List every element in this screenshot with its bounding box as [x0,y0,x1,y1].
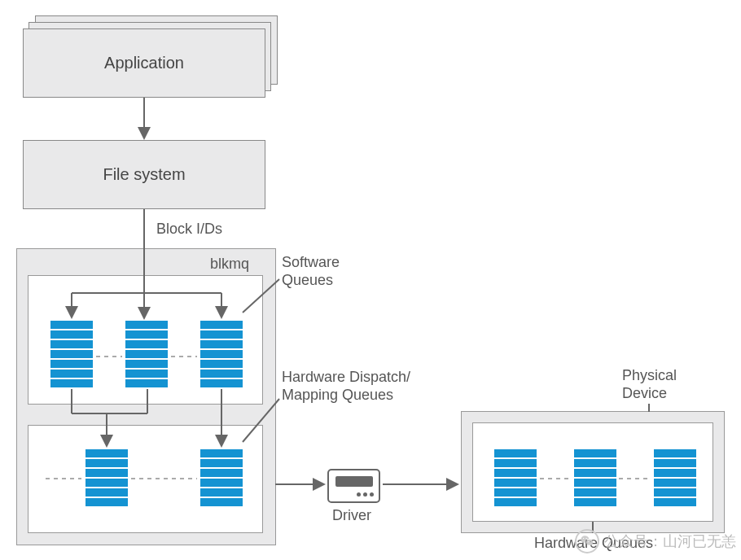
filesystem-box: File system [23,140,265,209]
filesystem-label: File system [103,165,185,184]
block-ids-label: Block I/Ds [156,221,222,238]
mapping-queue-2 [200,449,243,506]
software-queue-1 [50,321,93,387]
watermark: 公众号：山河已无恙 [575,529,736,553]
hw-queue-2 [574,449,616,506]
application-label: Application [104,54,184,72]
mapping-queues-label: Hardware Dispatch/ Mapping Queues [282,369,410,404]
software-queue-2 [125,321,168,387]
driver-label: Driver [332,507,371,525]
watermark-text: 公众号：山河已无恙 [604,532,736,551]
hw-queue-1 [494,449,537,506]
blkmq-label: blkmq [210,256,249,273]
mapping-queue-1 [86,449,128,506]
driver-icon [327,469,380,503]
hw-queue-3 [654,449,696,506]
application-box: Application [23,28,265,98]
physical-device-label: Physical Device [622,367,677,402]
software-queue-3 [200,321,243,387]
software-queues-label: Software Queues [282,254,340,289]
wechat-icon [575,529,599,553]
